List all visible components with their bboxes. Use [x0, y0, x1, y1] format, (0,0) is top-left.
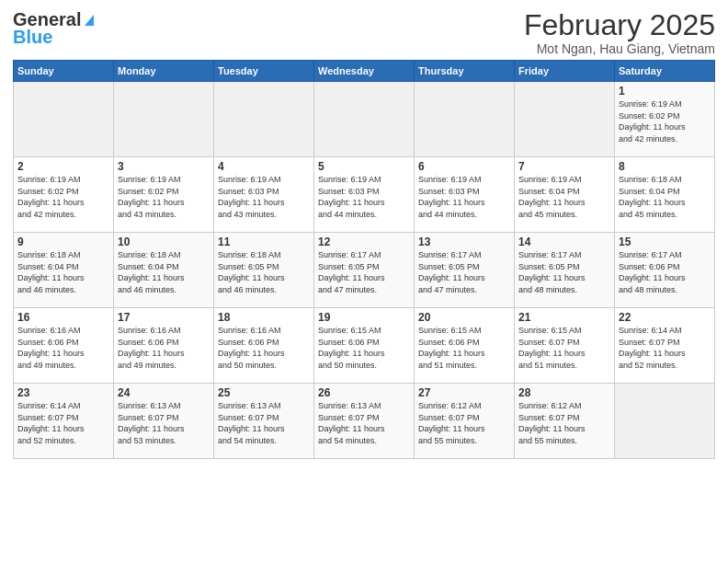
calendar-cell: 5Sunrise: 6:19 AM Sunset: 6:03 PM Daylig… [314, 157, 415, 233]
weekday-header-row: SundayMondayTuesdayWednesdayThursdayFrid… [14, 61, 715, 82]
day-info: Sunrise: 6:18 AM Sunset: 6:04 PM Dayligh… [17, 249, 109, 295]
day-info: Sunrise: 6:15 AM Sunset: 6:06 PM Dayligh… [318, 325, 410, 371]
day-info: Sunrise: 6:17 AM Sunset: 6:05 PM Dayligh… [318, 249, 410, 295]
calendar-cell: 6Sunrise: 6:19 AM Sunset: 6:03 PM Daylig… [415, 157, 515, 233]
logo: General Blue [13, 9, 94, 48]
day-number: 23 [17, 386, 109, 399]
weekday-header-monday: Monday [114, 61, 214, 82]
calendar-cell: 9Sunrise: 6:18 AM Sunset: 6:04 PM Daylig… [14, 233, 114, 308]
day-info: Sunrise: 6:19 AM Sunset: 6:02 PM Dayligh… [17, 174, 109, 220]
day-number: 15 [619, 236, 711, 248]
page-container: General Blue February 2025 Mot Ngan, Hau… [0, 0, 728, 465]
day-info: Sunrise: 6:17 AM Sunset: 6:05 PM Dayligh… [518, 249, 610, 295]
logo-triangle-icon [85, 15, 94, 26]
calendar-cell: 13Sunrise: 6:17 AM Sunset: 6:05 PM Dayli… [415, 233, 515, 308]
calendar-cell: 8Sunrise: 6:18 AM Sunset: 6:04 PM Daylig… [615, 157, 715, 233]
day-number: 14 [518, 236, 610, 248]
logo-blue: Blue [13, 27, 52, 48]
day-number: 18 [218, 311, 310, 324]
calendar-week-2: 2Sunrise: 6:19 AM Sunset: 6:02 PM Daylig… [14, 157, 715, 233]
calendar-cell [14, 82, 114, 157]
calendar-cell: 22Sunrise: 6:14 AM Sunset: 6:07 PM Dayli… [615, 308, 715, 384]
day-info: Sunrise: 6:12 AM Sunset: 6:07 PM Dayligh… [518, 400, 610, 446]
day-info: Sunrise: 6:19 AM Sunset: 6:03 PM Dayligh… [318, 174, 410, 220]
day-number: 17 [118, 311, 210, 324]
calendar-week-5: 23Sunrise: 6:14 AM Sunset: 6:07 PM Dayli… [14, 384, 715, 459]
day-info: Sunrise: 6:17 AM Sunset: 6:06 PM Dayligh… [619, 249, 711, 295]
calendar-cell: 12Sunrise: 6:17 AM Sunset: 6:05 PM Dayli… [314, 233, 415, 308]
calendar-cell: 10Sunrise: 6:18 AM Sunset: 6:04 PM Dayli… [114, 233, 214, 308]
calendar-cell [314, 82, 415, 157]
day-number: 9 [17, 236, 109, 248]
calendar-cell [114, 82, 214, 157]
weekday-header-saturday: Saturday [615, 61, 715, 82]
calendar-cell: 14Sunrise: 6:17 AM Sunset: 6:05 PM Dayli… [515, 233, 615, 308]
calendar-cell: 16Sunrise: 6:16 AM Sunset: 6:06 PM Dayli… [14, 308, 114, 384]
calendar-cell: 21Sunrise: 6:15 AM Sunset: 6:07 PM Dayli… [515, 308, 615, 384]
calendar-cell: 15Sunrise: 6:17 AM Sunset: 6:06 PM Dayli… [615, 233, 715, 308]
calendar-cell [214, 82, 314, 157]
calendar-cell: 11Sunrise: 6:18 AM Sunset: 6:05 PM Dayli… [214, 233, 314, 308]
calendar-week-3: 9Sunrise: 6:18 AM Sunset: 6:04 PM Daylig… [14, 233, 715, 308]
day-number: 28 [518, 386, 610, 399]
day-number: 16 [17, 311, 109, 324]
calendar-cell: 2Sunrise: 6:19 AM Sunset: 6:02 PM Daylig… [14, 157, 114, 233]
day-info: Sunrise: 6:18 AM Sunset: 6:04 PM Dayligh… [619, 174, 711, 220]
weekday-header-thursday: Thursday [415, 61, 515, 82]
day-number: 19 [318, 311, 410, 324]
day-info: Sunrise: 6:19 AM Sunset: 6:03 PM Dayligh… [418, 174, 510, 220]
day-info: Sunrise: 6:17 AM Sunset: 6:05 PM Dayligh… [418, 249, 510, 295]
header: General Blue February 2025 Mot Ngan, Hau… [13, 9, 715, 56]
day-info: Sunrise: 6:16 AM Sunset: 6:06 PM Dayligh… [17, 325, 109, 371]
day-info: Sunrise: 6:16 AM Sunset: 6:06 PM Dayligh… [218, 325, 310, 371]
day-number: 25 [218, 386, 310, 399]
day-number: 8 [619, 160, 711, 173]
day-info: Sunrise: 6:19 AM Sunset: 6:03 PM Dayligh… [218, 174, 310, 220]
day-info: Sunrise: 6:13 AM Sunset: 6:07 PM Dayligh… [318, 400, 410, 446]
calendar-cell: 18Sunrise: 6:16 AM Sunset: 6:06 PM Dayli… [214, 308, 314, 384]
weekday-header-friday: Friday [515, 61, 615, 82]
day-number: 12 [318, 236, 410, 248]
calendar-cell: 3Sunrise: 6:19 AM Sunset: 6:02 PM Daylig… [114, 157, 214, 233]
day-info: Sunrise: 6:15 AM Sunset: 6:07 PM Dayligh… [518, 325, 610, 371]
day-number: 27 [418, 386, 510, 399]
day-info: Sunrise: 6:19 AM Sunset: 6:02 PM Dayligh… [619, 98, 711, 144]
day-number: 1 [619, 85, 711, 98]
day-info: Sunrise: 6:18 AM Sunset: 6:04 PM Dayligh… [118, 249, 210, 295]
calendar-subtitle: Mot Ngan, Hau Giang, Vietnam [524, 41, 715, 56]
calendar-cell: 28Sunrise: 6:12 AM Sunset: 6:07 PM Dayli… [515, 384, 615, 459]
calendar-cell: 26Sunrise: 6:13 AM Sunset: 6:07 PM Dayli… [314, 384, 415, 459]
calendar-cell: 20Sunrise: 6:15 AM Sunset: 6:06 PM Dayli… [415, 308, 515, 384]
day-number: 20 [418, 311, 510, 324]
calendar-cell: 1Sunrise: 6:19 AM Sunset: 6:02 PM Daylig… [615, 82, 715, 157]
day-info: Sunrise: 6:13 AM Sunset: 6:07 PM Dayligh… [218, 400, 310, 446]
day-info: Sunrise: 6:19 AM Sunset: 6:02 PM Dayligh… [118, 174, 210, 220]
weekday-header-sunday: Sunday [14, 61, 114, 82]
day-number: 10 [118, 236, 210, 248]
day-number: 11 [218, 236, 310, 248]
calendar-cell [615, 384, 715, 459]
calendar-cell: 7Sunrise: 6:19 AM Sunset: 6:04 PM Daylig… [515, 157, 615, 233]
day-info: Sunrise: 6:14 AM Sunset: 6:07 PM Dayligh… [619, 325, 711, 371]
calendar-cell: 27Sunrise: 6:12 AM Sunset: 6:07 PM Dayli… [415, 384, 515, 459]
day-number: 4 [218, 160, 310, 173]
calendar-cell: 4Sunrise: 6:19 AM Sunset: 6:03 PM Daylig… [214, 157, 314, 233]
calendar-cell: 17Sunrise: 6:16 AM Sunset: 6:06 PM Dayli… [114, 308, 214, 384]
calendar-cell [515, 82, 615, 157]
day-info: Sunrise: 6:12 AM Sunset: 6:07 PM Dayligh… [418, 400, 510, 446]
day-number: 7 [518, 160, 610, 173]
title-section: February 2025 Mot Ngan, Hau Giang, Vietn… [524, 9, 715, 56]
day-info: Sunrise: 6:19 AM Sunset: 6:04 PM Dayligh… [518, 174, 610, 220]
day-number: 5 [318, 160, 410, 173]
calendar-title: February 2025 [524, 9, 715, 41]
day-number: 3 [118, 160, 210, 173]
calendar-week-1: 1Sunrise: 6:19 AM Sunset: 6:02 PM Daylig… [14, 82, 715, 157]
day-info: Sunrise: 6:13 AM Sunset: 6:07 PM Dayligh… [118, 400, 210, 446]
calendar-week-4: 16Sunrise: 6:16 AM Sunset: 6:06 PM Dayli… [14, 308, 715, 384]
calendar-cell: 19Sunrise: 6:15 AM Sunset: 6:06 PM Dayli… [314, 308, 415, 384]
calendar-table: SundayMondayTuesdayWednesdayThursdayFrid… [13, 60, 715, 459]
day-number: 24 [118, 386, 210, 399]
day-number: 6 [418, 160, 510, 173]
calendar-cell: 23Sunrise: 6:14 AM Sunset: 6:07 PM Dayli… [14, 384, 114, 459]
day-info: Sunrise: 6:18 AM Sunset: 6:05 PM Dayligh… [218, 249, 310, 295]
